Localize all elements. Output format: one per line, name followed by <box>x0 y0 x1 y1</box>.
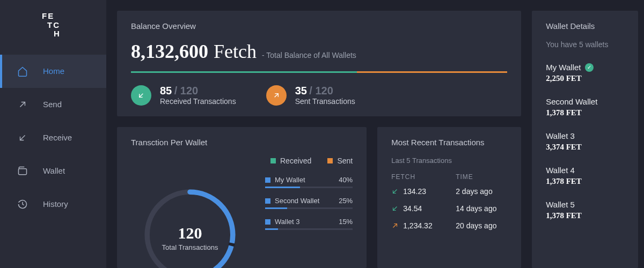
progress-bar <box>265 207 353 209</box>
sidebar-item-wallet[interactable]: Wallet <box>0 154 106 188</box>
sidebar-item-history[interactable]: History <box>0 188 106 221</box>
wallet-bar-row: My Wallet40% <box>265 176 353 188</box>
wallet-pct: 25% <box>339 197 353 205</box>
tx-amount: 1,234.32 <box>403 221 433 230</box>
svg-rect-2 <box>19 168 27 174</box>
sidebar-item-label: Home <box>43 66 64 76</box>
arrow-in-icon <box>391 205 399 212</box>
tx-time: 14 days ago <box>456 204 496 213</box>
wallet-count: You have 5 wallets <box>546 40 624 49</box>
wallet-name: Second Wallet <box>546 97 597 106</box>
donut-total: 120 <box>131 224 249 242</box>
balance-bar <box>131 71 507 73</box>
wallet-item[interactable]: Wallet 51,378 FET <box>546 200 624 220</box>
wallet-bar-row: Second Wallet25% <box>265 197 353 209</box>
transaction-row[interactable]: 134.232 days ago <box>391 187 507 196</box>
wallet-bars: My Wallet40%Second Wallet25%Wallet 315% <box>265 176 353 268</box>
legend-item: Received <box>270 157 311 165</box>
sent-count: 35 <box>295 85 307 96</box>
tx-time: 20 days ago <box>456 221 496 230</box>
wallet-amount: 1,378 FET <box>546 211 624 220</box>
transaction-row[interactable]: 1,234.3220 days ago <box>391 221 507 230</box>
send-icon <box>17 99 28 110</box>
svg-line-9 <box>393 207 397 211</box>
wallet-name: Wallet 4 <box>546 166 575 175</box>
balance-amount: 8,132,600 <box>131 40 208 63</box>
legend-swatch <box>265 198 270 204</box>
wallet-amount: 1,378 FET <box>546 108 624 117</box>
tx-amount: 134.23 <box>403 187 426 196</box>
svg-line-3 <box>140 93 143 97</box>
card-title: Most Recent Transactions <box>391 138 507 147</box>
legend-item: Sent <box>327 157 353 165</box>
wallet-amount: 2,250 FET <box>546 74 624 83</box>
history-icon <box>17 199 28 210</box>
bar-sent <box>357 71 507 73</box>
wallet-item[interactable]: My Wallet✓2,250 FET <box>546 63 624 83</box>
nav: HomeSendReceiveWalletHistory <box>0 55 106 221</box>
card-title: Transction Per Wallet <box>131 138 353 147</box>
sidebar-item-send[interactable]: Send <box>0 88 106 121</box>
transaction-row[interactable]: 34.5414 days ago <box>391 204 507 213</box>
wallet-amount: 1,378 FET <box>546 177 624 186</box>
wallet-item[interactable]: Wallet 33,374 FET <box>546 131 624 152</box>
wallet-details-card: Wallet Details You have 5 wallets My Wal… <box>532 11 638 268</box>
card-title: Balance Overview <box>131 21 507 31</box>
svg-line-1 <box>20 135 25 140</box>
sidebar-item-receive[interactable]: Receive <box>0 121 106 154</box>
verified-icon: ✓ <box>585 63 594 72</box>
progress-fill <box>265 187 300 188</box>
wallet-name: Wallet 3 <box>546 131 575 140</box>
wallet-amount: 3,374 FET <box>546 143 624 152</box>
progress-fill <box>265 228 278 230</box>
svg-line-0 <box>20 102 25 107</box>
wallet-icon <box>17 166 28 176</box>
progress-fill <box>265 207 287 209</box>
wallet-name: My Wallet <box>275 176 305 184</box>
sidebar: FETCH HomeSendReceiveWalletHistory <box>0 0 106 268</box>
arrow-down-left-icon <box>131 85 151 106</box>
sent-label: Sent Transactions <box>295 97 355 106</box>
wallet-bar-row: Wallet 315% <box>265 218 353 230</box>
sidebar-item-home[interactable]: Home <box>0 55 106 88</box>
legend-label: Received <box>280 157 311 165</box>
wallet-name: My Wallet <box>546 63 581 72</box>
recent-subtitle: Last 5 Transactions <box>391 157 507 165</box>
col-time: TIME <box>456 173 473 181</box>
sidebar-item-label: Receive <box>43 133 72 142</box>
arrow-out-icon <box>391 222 399 229</box>
received-count: 85 <box>160 85 172 96</box>
donut-chart: 120 Total Transactions <box>131 176 249 268</box>
sent-stat: 35 / 120 Sent Transactions <box>266 85 355 106</box>
per-wallet-card: Transction Per Wallet ReceivedSent 120 <box>117 127 367 268</box>
sent-total: / 120 <box>309 85 333 96</box>
wallet-name: Wallet 5 <box>546 200 575 209</box>
arrow-in-icon <box>391 188 399 195</box>
legend-swatch <box>265 177 270 183</box>
svg-line-8 <box>393 190 397 193</box>
col-fetch: FETCH <box>391 173 456 181</box>
progress-bar <box>265 228 353 230</box>
svg-line-4 <box>274 93 278 97</box>
wallet-pct: 15% <box>339 218 353 226</box>
sidebar-item-label: Wallet <box>43 166 65 175</box>
wallet-pct: 40% <box>339 176 353 184</box>
received-label: Received Transactions <box>160 97 236 106</box>
donut-label: Total Transactions <box>131 243 249 251</box>
main: Balance Overview 8,132,600 Fetch - Total… <box>106 0 644 268</box>
receive-icon <box>17 132 28 143</box>
tx-time: 2 days ago <box>456 187 493 196</box>
sidebar-item-label: Send <box>43 100 62 109</box>
legend: ReceivedSent <box>270 157 353 165</box>
home-icon <box>17 66 28 77</box>
legend-label: Sent <box>337 157 353 165</box>
received-stat: 85 / 120 Received Transactions <box>131 85 236 106</box>
wallet-item[interactable]: Second Wallet1,378 FET <box>546 97 624 117</box>
wallet-item[interactable]: Wallet 41,378 FET <box>546 166 624 186</box>
arrow-up-right-icon <box>266 85 287 106</box>
brand-logo: FETCH <box>0 0 106 50</box>
balance-unit: Fetch <box>214 40 257 63</box>
wallet-name: Wallet 3 <box>275 218 299 226</box>
legend-swatch <box>270 158 276 163</box>
legend-swatch <box>265 219 270 225</box>
